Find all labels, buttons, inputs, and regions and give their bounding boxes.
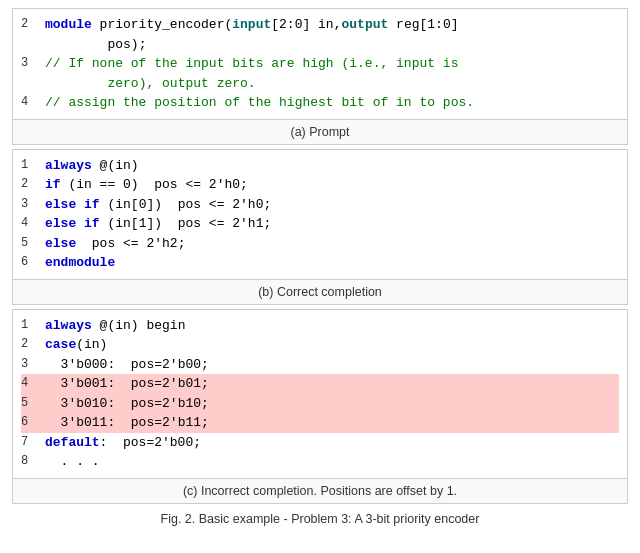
code-text: 3'b000: pos=2'b00; [45,355,619,375]
line-number: 6 [21,413,39,431]
incorrect-section: 1 always @(in) begin 2 case(in) 3 3'b000… [12,309,628,504]
line-number: 4 [21,214,39,232]
line-number: 3 [21,355,39,373]
code-line: 3 else if (in[0]) pos <= 2'h0; [21,195,619,215]
code-line: 2 if (in == 0) pos <= 2'h0; [21,175,619,195]
code-text: 3'b001: pos=2'b01; [45,374,619,394]
code-text: // If none of the input bits are high (i… [45,54,619,74]
code-line: 2 module priority_encoder(input[2:0] in,… [21,15,619,35]
incorrect-code-block: 1 always @(in) begin 2 case(in) 3 3'b000… [13,310,627,478]
line-number: 8 [21,452,39,470]
code-line: 7 default: pos=2'b00; [21,433,619,453]
line-number: 2 [21,175,39,193]
code-line: pos); [21,35,619,55]
code-line: 5 else pos <= 2'h2; [21,234,619,254]
incorrect-caption: (c) Incorrect completion. Positions are … [13,478,627,503]
code-line: 4 else if (in[1]) pos <= 2'h1; [21,214,619,234]
code-text: . . . [45,452,619,472]
line-number: 2 [21,15,39,33]
line-number: 2 [21,335,39,353]
code-text: case(in) [45,335,619,355]
code-line: 8 . . . [21,452,619,472]
code-line-highlighted: 5 3'b010: pos=2'b10; [21,394,619,414]
line-number: 1 [21,316,39,334]
code-line: zero), output zero. [21,74,619,94]
line-number: 5 [21,394,39,412]
prompt-section: 2 module priority_encoder(input[2:0] in,… [12,8,628,145]
correct-code-block: 1 always @(in) 2 if (in == 0) pos <= 2'h… [13,150,627,279]
code-text: else pos <= 2'h2; [45,234,619,254]
correct-section: 1 always @(in) 2 if (in == 0) pos <= 2'h… [12,149,628,305]
code-line: 3 // If none of the input bits are high … [21,54,619,74]
code-line: 3 3'b000: pos=2'b00; [21,355,619,375]
code-text: always @(in) begin [45,316,619,336]
line-number: 4 [21,93,39,111]
code-line: 1 always @(in) [21,156,619,176]
code-text: 3'b010: pos=2'b10; [45,394,619,414]
code-text: else if (in[0]) pos <= 2'h0; [45,195,619,215]
code-line-highlighted: 6 3'b011: pos=2'b11; [21,413,619,433]
code-text: else if (in[1]) pos <= 2'h1; [45,214,619,234]
code-line: 6 endmodule [21,253,619,273]
code-line: 1 always @(in) begin [21,316,619,336]
code-text: always @(in) [45,156,619,176]
line-number: 1 [21,156,39,174]
code-text: zero), output zero. [45,74,619,94]
line-number: 5 [21,234,39,252]
code-line: 2 case(in) [21,335,619,355]
code-text: default: pos=2'b00; [45,433,619,453]
line-number: 7 [21,433,39,451]
line-number: 6 [21,253,39,271]
line-number: 4 [21,374,39,392]
code-text: endmodule [45,253,619,273]
code-line-highlighted: 4 3'b001: pos=2'b01; [21,374,619,394]
line-number: 3 [21,54,39,72]
code-text: if (in == 0) pos <= 2'h0; [45,175,619,195]
code-text: module priority_encoder(input[2:0] in,ou… [45,15,619,35]
line-number: 3 [21,195,39,213]
prompt-code-block: 2 module priority_encoder(input[2:0] in,… [13,9,627,119]
figure-caption: Fig. 2. Basic example - Problem 3: A 3-b… [12,508,628,528]
code-line: 4 // assign the position of the highest … [21,93,619,113]
correct-caption: (b) Correct completion [13,279,627,304]
code-text: // assign the position of the highest bi… [45,93,619,113]
code-text: pos); [45,35,619,55]
prompt-caption: (a) Prompt [13,119,627,144]
code-text: 3'b011: pos=2'b11; [45,413,619,433]
